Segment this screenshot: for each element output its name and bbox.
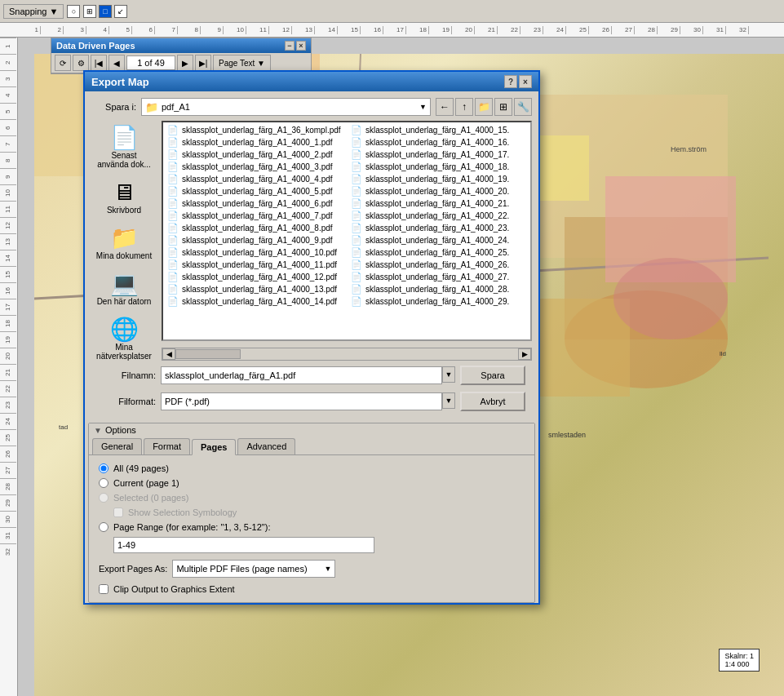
list-item[interactable]: 📄sklassplot_underlag_färg_A1_4000_13.pdf bbox=[165, 283, 345, 295]
file-name: sklassplot_underlag_färg_A1_4000_8.pdf bbox=[182, 224, 333, 233]
nav-back-btn[interactable]: ← bbox=[436, 98, 454, 116]
dialog-close-btn[interactable]: × bbox=[519, 75, 532, 88]
list-item[interactable]: 📄sklassplot_underlag_färg_A1_4000_18. bbox=[348, 161, 529, 173]
filename-input[interactable]: sklassplot_underlag_färg_A1.pdf bbox=[161, 366, 442, 384]
ddp-page-input[interactable] bbox=[126, 55, 175, 70]
tab-format-label: Format bbox=[153, 441, 181, 451]
pdf-icon: 📄 bbox=[167, 198, 179, 209]
svg-point-11 bbox=[613, 258, 728, 339]
save-button[interactable]: Spara bbox=[460, 366, 525, 385]
ddp-refresh-btn[interactable]: ⟳ bbox=[55, 55, 71, 71]
scroll-thumb[interactable] bbox=[175, 349, 241, 359]
ddp-settings-btn[interactable]: ⚙ bbox=[73, 55, 89, 71]
list-item[interactable]: 📄sklassplot_underlag_färg_A1_4000_26. bbox=[348, 259, 529, 271]
list-item[interactable]: 📄sklassplot_underlag_färg_A1_4000_3.pdf bbox=[165, 161, 345, 173]
all-pages-radio[interactable] bbox=[99, 463, 109, 473]
dialog-help-btn[interactable]: ? bbox=[504, 75, 517, 88]
list-item[interactable]: 📄sklassplot_underlag_färg_A1_4000_5.pdf bbox=[165, 185, 345, 197]
circle-icon[interactable]: ○ bbox=[67, 5, 80, 18]
list-item[interactable]: 📄sklassplot_underlag_färg_A1_4000_29. bbox=[348, 295, 529, 308]
clip-checkbox[interactable] bbox=[99, 584, 109, 594]
pdf-icon: 📄 bbox=[167, 211, 179, 221]
file-scrollbar[interactable]: ◀ ▶ bbox=[162, 348, 532, 361]
grid-icon[interactable]: ⊞ bbox=[83, 5, 96, 18]
list-item[interactable]: 📄sklassplot_underlag_färg_A1_4000_1.pdf bbox=[165, 136, 345, 149]
shortcut-documents[interactable]: 📁 Mina dokument bbox=[91, 221, 157, 264]
ddp-close-btn[interactable]: × bbox=[296, 41, 306, 51]
format-arrow[interactable]: ▼ bbox=[442, 392, 455, 409]
list-item[interactable]: 📄sklassplot_underlag_färg_A1_4000_25. bbox=[348, 246, 529, 259]
list-item[interactable]: 📄sklassplot_underlag_färg_A1_4000_15. bbox=[348, 124, 529, 136]
ddp-minimize-btn[interactable]: − bbox=[285, 41, 295, 51]
cursor-icon[interactable]: ↙ bbox=[114, 5, 127, 18]
list-item[interactable]: 📄sklassplot_underlag_färg_A1_4000_21. bbox=[348, 197, 529, 210]
list-item[interactable]: 📄sklassplot_underlag_färg_A1_4000_4.pdf bbox=[165, 173, 345, 185]
list-item[interactable]: 📄sklassplot_underlag_färg_A1_4000_28. bbox=[348, 283, 529, 295]
filename-section: Filnamn: sklassplot_underlag_färg_A1.pdf… bbox=[91, 364, 532, 387]
cancel-button[interactable]: Avbryt bbox=[460, 392, 525, 411]
ddp-last-btn[interactable]: ▶| bbox=[195, 55, 211, 71]
scroll-right-btn[interactable]: ▶ bbox=[518, 348, 531, 360]
pdf-icon: 📄 bbox=[351, 223, 362, 233]
page-range-radio[interactable] bbox=[99, 522, 109, 532]
nav-up-btn[interactable]: ↑ bbox=[455, 98, 473, 116]
filename-label: Filnamn: bbox=[95, 370, 156, 380]
format-input[interactable]: PDF (*.pdf) bbox=[161, 392, 442, 410]
list-item[interactable]: 📄sklassplot_underlag_färg_A1_4000_12.pdf bbox=[165, 271, 345, 283]
folder-combo[interactable]: 📁 pdf_A1 ▼ bbox=[141, 98, 431, 116]
list-item[interactable]: 📄sklassplot_underlag_färg_A1_4000_17. bbox=[348, 149, 529, 161]
list-item[interactable]: 📄sklassplot_underlag_färg_A1_4000_14.pdf bbox=[165, 295, 345, 308]
list-item[interactable]: 📄sklassplot_underlag_färg_A1_4000_20. bbox=[348, 185, 529, 197]
list-item[interactable]: 📄sklassplot_underlag_färg_A1_4000_22. bbox=[348, 210, 529, 222]
list-item[interactable]: 📄sklassplot_underlag_färg_A1_4000_23. bbox=[348, 222, 529, 234]
file-name: sklassplot_underlag_färg_A1_4000_28. bbox=[365, 285, 509, 294]
pdf-icon: 📄 bbox=[351, 235, 362, 246]
scroll-left-btn[interactable]: ◀ bbox=[162, 348, 175, 360]
current-page-radio[interactable] bbox=[99, 478, 109, 488]
list-item[interactable]: 📄sklassplot_underlag_färg_A1_4000_27. bbox=[348, 271, 529, 283]
list-item[interactable]: 📄sklassplot_underlag_färg_A1_4000_7.pdf bbox=[165, 210, 345, 222]
snapping-button[interactable]: Snapping ▼ bbox=[3, 4, 64, 19]
tabs-container: General Format Pages Advanced bbox=[89, 437, 534, 455]
tab-format[interactable]: Format bbox=[144, 438, 190, 454]
nav-new-folder-btn[interactable]: 📁 bbox=[475, 98, 493, 116]
list-item[interactable]: 📄sklassplot_underlag_färg_A1_4000_6.pdf bbox=[165, 197, 345, 210]
tab-pages[interactable]: Pages bbox=[192, 439, 236, 455]
shortcut-recent[interactable]: 📄 Senast använda dok... bbox=[91, 121, 157, 172]
show-selection-checkbox[interactable] bbox=[113, 508, 123, 517]
shortcut-network[interactable]: 🌐 Mina nätverksplatser bbox=[91, 313, 157, 364]
file-list[interactable]: 📄sklassplot_underlag_färg_A1_36_kompl.pd… bbox=[162, 121, 532, 341]
square-icon[interactable]: □ bbox=[99, 5, 112, 18]
shortcut-computer[interactable]: 💻 Den här datorn bbox=[91, 267, 157, 309]
tab-general[interactable]: General bbox=[92, 438, 142, 454]
filename-arrow[interactable]: ▼ bbox=[442, 366, 455, 383]
export-as-combo[interactable]: Multiple PDF Files (page names) ▼ bbox=[172, 560, 335, 578]
vertical-ruler: 1234567891011121314151617181920212223242… bbox=[0, 38, 18, 696]
nav-view-btn[interactable]: ⊞ bbox=[494, 98, 512, 116]
list-item[interactable]: 📄sklassplot_underlag_färg_A1_4000_9.pdf bbox=[165, 234, 345, 246]
tab-advanced[interactable]: Advanced bbox=[237, 438, 295, 454]
list-item[interactable]: 📄sklassplot_underlag_färg_A1_4000_10.pdf bbox=[165, 246, 345, 259]
list-item[interactable]: 📄sklassplot_underlag_färg_A1_4000_19. bbox=[348, 173, 529, 185]
pdf-icon: 📄 bbox=[351, 296, 362, 307]
list-item[interactable]: 📄sklassplot_underlag_färg_A1_36_kompl.pd… bbox=[165, 124, 345, 136]
file-name: sklassplot_underlag_färg_A1_4000_12.pdf bbox=[182, 273, 337, 282]
range-input[interactable] bbox=[113, 537, 374, 553]
list-item[interactable]: 📄sklassplot_underlag_färg_A1_4000_2.pdf bbox=[165, 149, 345, 161]
ddp-next-btn[interactable]: ▶ bbox=[177, 55, 193, 71]
ddp-page-text-btn[interactable]: Page Text ▼ bbox=[213, 55, 271, 71]
format-section: Filformat: PDF (*.pdf) ▼ Avbryt bbox=[91, 390, 532, 413]
ddp-first-btn[interactable]: |◀ bbox=[91, 55, 107, 71]
shortcut-desktop[interactable]: 🖥 Skrivbord bbox=[91, 175, 157, 218]
file-name: sklassplot_underlag_färg_A1_4000_6.pdf bbox=[182, 199, 333, 208]
list-item[interactable]: 📄sklassplot_underlag_färg_A1_4000_11.pdf bbox=[165, 259, 345, 271]
nav-tools-btn[interactable]: 🔧 bbox=[514, 98, 532, 116]
file-name: sklassplot_underlag_färg_A1_4000_13.pdf bbox=[182, 285, 337, 294]
list-item[interactable]: 📄sklassplot_underlag_färg_A1_4000_24. bbox=[348, 234, 529, 246]
ddp-prev-btn[interactable]: ◀ bbox=[109, 55, 125, 71]
list-item[interactable]: 📄sklassplot_underlag_färg_A1_4000_16. bbox=[348, 136, 529, 149]
scroll-track[interactable] bbox=[175, 348, 518, 360]
list-item[interactable]: 📄sklassplot_underlag_färg_A1_4000_8.pdf bbox=[165, 222, 345, 234]
selected-pages-radio[interactable] bbox=[99, 493, 109, 503]
options-header[interactable]: ▼ Options bbox=[89, 423, 534, 437]
